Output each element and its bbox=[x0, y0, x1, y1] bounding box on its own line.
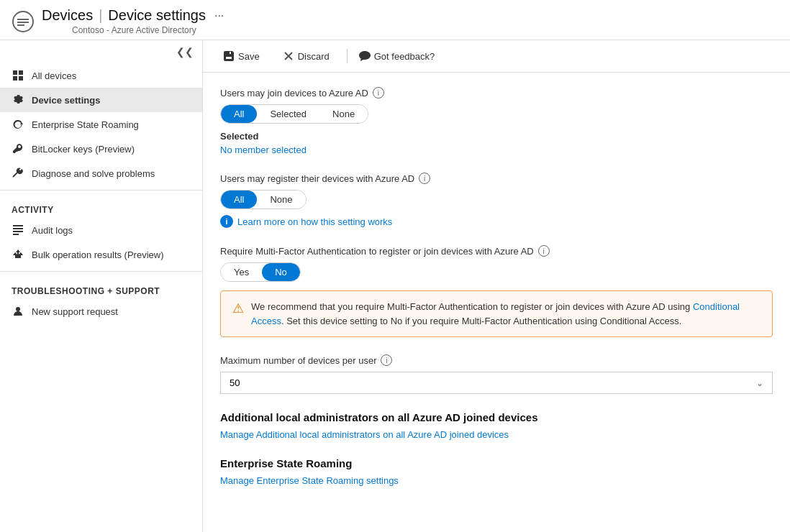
max-devices-label: Maximum number of devices per user i bbox=[220, 354, 773, 366]
grid-icon bbox=[12, 69, 24, 82]
sidebar-item-new-support[interactable]: New support request bbox=[0, 299, 202, 324]
person-icon bbox=[12, 305, 24, 318]
svg-point-9 bbox=[16, 307, 20, 311]
sidebar-item-diagnose-problems[interactable]: Diagnose and solve problems bbox=[0, 161, 202, 185]
register-devices-all-option[interactable]: All bbox=[221, 191, 257, 208]
join-devices-info-icon[interactable]: i bbox=[373, 87, 384, 98]
join-devices-selected-option[interactable]: Selected bbox=[257, 105, 319, 123]
svg-rect-7 bbox=[13, 231, 23, 232]
sidebar-item-enterprise-state-roaming[interactable]: Enterprise State Roaming bbox=[0, 112, 202, 137]
svg-rect-4 bbox=[19, 76, 23, 81]
svg-rect-2 bbox=[19, 70, 23, 75]
enterprise-roaming-heading: Enterprise State Roaming bbox=[220, 457, 773, 469]
collapse-button[interactable]: ❮❮ bbox=[176, 46, 194, 58]
more-options-button[interactable]: ··· bbox=[214, 9, 224, 22]
mfa-label: Require Multi-Factor Authentication to r… bbox=[220, 245, 773, 257]
join-devices-selected-sub: Selected No member selected bbox=[220, 131, 773, 155]
warning-text: We recommend that you require Multi-Fact… bbox=[251, 300, 761, 328]
additional-admins-link[interactable]: Manage Additional local administrators o… bbox=[220, 429, 509, 440]
additional-admins-heading: Additional local administrators on all A… bbox=[220, 411, 773, 423]
mfa-section: Require Multi-Factor Authentication to r… bbox=[220, 245, 773, 337]
sidebar: ❮❮ All devices Device settings Enterpris… bbox=[0, 40, 203, 532]
svg-rect-3 bbox=[13, 76, 17, 81]
join-devices-none-option[interactable]: None bbox=[319, 105, 368, 123]
mfa-info-icon[interactable]: i bbox=[538, 245, 550, 257]
join-devices-section: Users may join devices to Azure AD i All… bbox=[220, 87, 773, 155]
key-icon bbox=[12, 142, 24, 155]
enterprise-roaming-link[interactable]: Manage Enterprise State Roaming settings bbox=[220, 475, 399, 486]
toolbar-separator bbox=[347, 49, 348, 63]
register-devices-label: Users may register their devices with Az… bbox=[220, 173, 773, 184]
header-page-title: Device settings bbox=[108, 7, 206, 24]
save-label: Save bbox=[238, 51, 260, 62]
max-devices-info-icon[interactable]: i bbox=[381, 354, 392, 366]
main-content: Save Discard Got feedback? Users may joi… bbox=[203, 40, 790, 532]
register-devices-toggle: All None bbox=[220, 190, 307, 209]
sync-icon bbox=[12, 118, 24, 131]
max-devices-dropdown[interactable]: 50 ⌄ bbox=[220, 372, 773, 394]
sidebar-label-audit-logs: Audit logs bbox=[32, 225, 73, 236]
join-devices-label: Users may join devices to Azure AD i bbox=[220, 87, 773, 98]
page-header: Devices | Device settings ··· Contoso - … bbox=[0, 0, 790, 40]
mfa-yes-option[interactable]: Yes bbox=[221, 263, 262, 281]
sidebar-label-bulk-operation: Bulk operation results (Preview) bbox=[32, 249, 164, 260]
learn-more-link[interactable]: Learn more on how this setting works bbox=[237, 216, 392, 227]
sidebar-item-device-settings[interactable]: Device settings bbox=[0, 88, 202, 112]
sidebar-label-all-devices: All devices bbox=[32, 70, 76, 81]
list-icon bbox=[12, 224, 24, 237]
mfa-no-option[interactable]: No bbox=[262, 263, 300, 281]
join-devices-all-option[interactable]: All bbox=[221, 105, 257, 123]
warning-icon: ⚠ bbox=[232, 301, 244, 316]
mfa-toggle: Yes No bbox=[220, 262, 301, 282]
feedback-button[interactable]: Got feedback? bbox=[359, 50, 435, 62]
sidebar-item-bulk-operation[interactable]: Bulk operation results (Preview) bbox=[0, 242, 202, 267]
sidebar-label-device-settings: Device settings bbox=[32, 95, 100, 106]
gear-icon bbox=[12, 93, 24, 106]
selected-sub-label: Selected bbox=[220, 131, 773, 142]
sidebar-label-bitlocker-keys: BitLocker keys (Preview) bbox=[32, 144, 135, 155]
sidebar-item-audit-logs[interactable]: Audit logs bbox=[0, 218, 202, 242]
discard-label: Discard bbox=[298, 51, 330, 62]
svg-rect-8 bbox=[13, 234, 19, 235]
svg-rect-6 bbox=[13, 228, 23, 229]
svg-rect-1 bbox=[13, 70, 17, 75]
mfa-warning-box: ⚠ We recommend that you require Multi-Fa… bbox=[220, 290, 773, 337]
save-button[interactable]: Save bbox=[217, 47, 265, 65]
settings-content: Users may join devices to Azure AD i All… bbox=[203, 73, 790, 518]
discard-button[interactable]: Discard bbox=[277, 47, 335, 65]
additional-admins-section: Additional local administrators on all A… bbox=[220, 411, 773, 440]
wrench-icon bbox=[12, 167, 24, 180]
sidebar-collapse[interactable]: ❮❮ bbox=[0, 40, 202, 63]
learn-more-icon: i bbox=[220, 215, 233, 228]
sidebar-section-troubleshooting: Troubleshooting + Support bbox=[0, 276, 202, 299]
max-devices-section: Maximum number of devices per user i 50 … bbox=[220, 354, 773, 394]
join-devices-toggle: All Selected None bbox=[220, 104, 368, 124]
header-title-group: Devices | Device settings ··· Contoso - … bbox=[42, 7, 224, 35]
devices-header-icon bbox=[12, 10, 35, 33]
register-devices-none-option[interactable]: None bbox=[257, 191, 305, 208]
svg-rect-5 bbox=[13, 225, 23, 226]
sidebar-label-diagnose-problems: Diagnose and solve problems bbox=[32, 168, 155, 179]
toolbar: Save Discard Got feedback? bbox=[203, 40, 790, 73]
header-org: Contoso - Azure Active Directory bbox=[72, 25, 224, 35]
header-separator: | bbox=[99, 7, 102, 24]
recycle-icon bbox=[12, 248, 24, 261]
header-app-title: Devices bbox=[42, 7, 93, 24]
feedback-label: Got feedback? bbox=[374, 51, 435, 62]
no-member-link[interactable]: No member selected bbox=[220, 145, 307, 155]
sidebar-item-all-devices[interactable]: All devices bbox=[0, 63, 202, 88]
register-devices-section: Users may register their devices with Az… bbox=[220, 173, 773, 228]
register-devices-info-icon[interactable]: i bbox=[419, 173, 430, 184]
enterprise-roaming-section: Enterprise State Roaming Manage Enterpri… bbox=[220, 457, 773, 486]
chevron-down-icon: ⌄ bbox=[756, 378, 763, 388]
sidebar-label-new-support: New support request bbox=[32, 306, 118, 317]
sidebar-label-enterprise-state-roaming: Enterprise State Roaming bbox=[32, 119, 139, 130]
learn-more-section: i Learn more on how this setting works bbox=[220, 215, 773, 228]
sidebar-item-bitlocker-keys[interactable]: BitLocker keys (Preview) bbox=[0, 137, 202, 161]
max-devices-value: 50 bbox=[230, 377, 240, 388]
sidebar-section-activity: Activity bbox=[0, 195, 202, 218]
